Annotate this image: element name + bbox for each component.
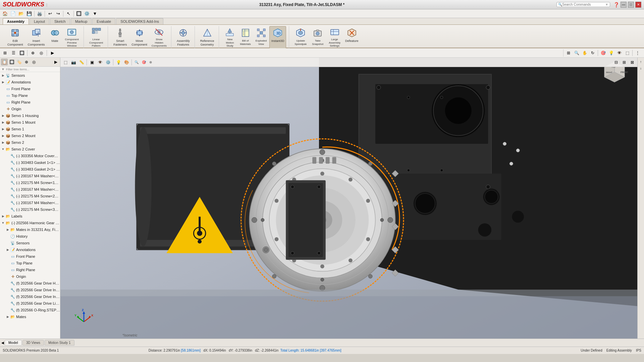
home-button[interactable]: 🏠 [1, 10, 9, 17]
tree-expand-servo1-housing[interactable]: ▶ [1, 113, 5, 118]
viewport-minimize[interactable]: ⊟ [612, 59, 620, 66]
rp-btn-2[interactable]: ↓ [638, 65, 644, 71]
reference-geometry-button[interactable]: ReferenceGeometry [198, 26, 216, 49]
tree-expand-servo1-mount[interactable]: ▶ [1, 120, 5, 125]
tree-item-right-plane[interactable]: ▭Right Plane [0, 99, 60, 106]
tree-expand-motor-cover[interactable] [5, 154, 10, 158]
tree-btn-expand[interactable]: ▶ [52, 59, 59, 65]
tree-item-annotations2[interactable]: ▶📝Annotations [0, 246, 60, 253]
close-button[interactable]: ✕ [635, 2, 641, 8]
tree-item-m4screw1[interactable]: 🔧(-) 202175 M4 Screw<1> (ll... [0, 179, 60, 186]
view-cross[interactable]: ⊕ [149, 60, 152, 64]
tree-item-sensors2[interactable]: 📡Sensors [0, 240, 60, 246]
tab-sketch[interactable]: Sketch [50, 18, 70, 24]
tab-evaluate[interactable]: Evaluate [92, 18, 115, 24]
vt-display-shaded[interactable]: ▣ [88, 59, 96, 66]
tree-item-motor-cover[interactable]: 🔧(-) 303356 Motor Cover<1>... [0, 153, 60, 159]
tree-expand-gear-drive-inner1[interactable] [5, 288, 10, 292]
instant3d-button[interactable]: 3D Instant3D [269, 26, 286, 49]
tree-expand-m4washer2[interactable] [5, 187, 10, 192]
tree-expand-right-plane2[interactable] [5, 267, 10, 272]
tab-layout[interactable]: Layout [30, 18, 49, 24]
vt-section-view[interactable]: ⬚ [62, 59, 69, 66]
hide-show-button[interactable]: 👁️ [615, 49, 623, 57]
take-snapshot-button[interactable]: Take Snapshot [309, 26, 326, 49]
zoom-area-button[interactable]: 🔍 [573, 49, 580, 57]
tree-expand-origin2[interactable] [5, 274, 10, 279]
tree-item-gasket2[interactable]: 🔧(-) 303483 Gasket 2<1> (Da... [0, 166, 60, 173]
tree-expand-m4washer3[interactable] [5, 200, 10, 205]
move-component-button[interactable]: MoveComponent [129, 26, 149, 49]
maximize-button[interactable]: □ [628, 2, 634, 8]
tree-item-m4screw3[interactable]: 🔧(-) 202175 M4 Screw<3> (ll... [0, 206, 60, 213]
rotate-button[interactable]: ↻ [589, 49, 596, 57]
tree-expand-history[interactable] [5, 234, 10, 239]
select-button[interactable]: ↖ [65, 10, 72, 17]
tab-model[interactable]: Model [5, 340, 22, 346]
view-orientation-button[interactable]: 🎯 [599, 49, 607, 57]
tree-item-m4washer3[interactable]: 🔧(-) 200167 M4 Washer<3>... [0, 199, 60, 206]
tree-item-mates[interactable]: ▶📂Mates [0, 313, 60, 320]
tree-item-servo2[interactable]: ▶📦Servo 2 [0, 139, 60, 146]
tree-btn-feature-manager[interactable]: 📋 [1, 59, 8, 65]
tree-item-servo2-cover[interactable]: ▼📂Servo 2 Cover [0, 146, 60, 153]
tree-expand-right-plane[interactable] [1, 100, 5, 105]
pan-button[interactable]: ✋ [581, 49, 588, 57]
tree-expand-harmonic-gear[interactable]: ▼ [1, 221, 5, 225]
tree-item-m4washer1[interactable]: 🔧(-) 200167 M4 Washer<1>... [0, 173, 60, 179]
view-circle-button[interactable]: ◎ [38, 49, 45, 57]
tree-item-right-plane2[interactable]: ▭Right Plane [0, 266, 60, 273]
tree-item-m4washer2[interactable]: 🔧(-) 200167 M4 Washer<2>... [0, 186, 60, 193]
vt-lights[interactable]: 💡 [115, 59, 122, 66]
tree-expand-top-plane[interactable] [1, 93, 5, 98]
tree-expand-oring[interactable] [5, 308, 10, 312]
options-button[interactable]: ⚙️ [83, 10, 91, 17]
view-forward-button[interactable]: ▶ [49, 49, 56, 57]
view-list-button[interactable]: ☰ [10, 49, 17, 57]
tree-item-origin2[interactable]: ✛Origin [0, 273, 60, 280]
zoom-fit-button[interactable]: ⊞ [565, 49, 572, 57]
tree-item-sensors[interactable]: ▶📡Sensors [0, 72, 60, 79]
tree-expand-sensors2[interactable] [5, 241, 10, 245]
rebuild-button[interactable]: 🔲 [75, 10, 83, 17]
tree-expand-m4washer1[interactable] [5, 174, 10, 178]
tab-assembly[interactable]: Assembly [3, 18, 29, 24]
tree-expand-servo2[interactable]: ▶ [1, 140, 5, 145]
view-orient[interactable]: 🎯 [142, 60, 146, 64]
tree-btn-display-manager[interactable]: ◎ [31, 59, 37, 65]
print-button[interactable]: 🖨️ [36, 10, 43, 17]
tree-item-top-plane[interactable]: ▭Top Plane [0, 92, 60, 99]
save-button[interactable]: 💾 [25, 10, 33, 17]
vt-view-settings[interactable]: ⚙️ [104, 59, 112, 66]
vt-measure[interactable]: 📏 [78, 59, 85, 66]
large-assembly-settings-button[interactable]: LargeAssemblySettings [327, 26, 342, 49]
undo-button[interactable]: ↩ [46, 10, 54, 17]
tree-item-servo2-mount[interactable]: ▶📦Servo 2 Mount [0, 132, 60, 139]
tree-item-gear-drive-lip[interactable]: 🔧(f) 202566 Gear Drive Lip S... [0, 300, 60, 307]
view-options-button[interactable]: ⊞ [1, 49, 9, 57]
tree-item-front-plane2[interactable]: ▭Front Plane [0, 253, 60, 260]
rp-btn-1[interactable]: ↑ [638, 59, 644, 64]
tree-expand-servo1[interactable]: ▶ [1, 127, 5, 131]
view-grid-button[interactable]: 🔲 [18, 49, 25, 57]
tree-expand-gear-drive-inner2[interactable] [5, 294, 10, 299]
insert-components-button[interactable]: InsertComponents [26, 26, 47, 49]
tree-expand-annotations2[interactable]: ▶ [5, 247, 10, 252]
update-speedpak-button[interactable]: UpdateSpeedpak [292, 26, 309, 49]
section-view-button[interactable]: ⬚ [624, 49, 631, 57]
view-cross-button[interactable]: ⊕ [29, 49, 37, 57]
viewport-maximize[interactable]: ⊞ [621, 59, 628, 66]
tree-item-top-plane2[interactable]: ▭Top Plane [0, 260, 60, 266]
tree-content[interactable]: ▶📡Sensors▶📝Annotations▭Front Plane▭Top P… [0, 72, 60, 339]
tab-3d-views[interactable]: 3D Views [22, 340, 44, 346]
tree-btn-property-manager[interactable]: 🔲 [8, 59, 15, 65]
more-view-button[interactable]: ⋮ [634, 49, 641, 57]
tree-item-servo1[interactable]: ▶📦Servo 1 [0, 126, 60, 132]
assembly-features-button[interactable]: AssemblyFeatures [175, 26, 192, 49]
tree-expand-front-plane2[interactable] [5, 254, 10, 259]
tree-item-history[interactable]: 🕐History [0, 233, 60, 240]
vt-hide-all-types[interactable]: 👁️ [96, 59, 104, 66]
vt-view-camera[interactable]: 📷 [70, 59, 77, 66]
viewport-3d[interactable]: X Y Z *Isometric [60, 58, 637, 339]
minimize-button[interactable]: — [621, 2, 627, 8]
